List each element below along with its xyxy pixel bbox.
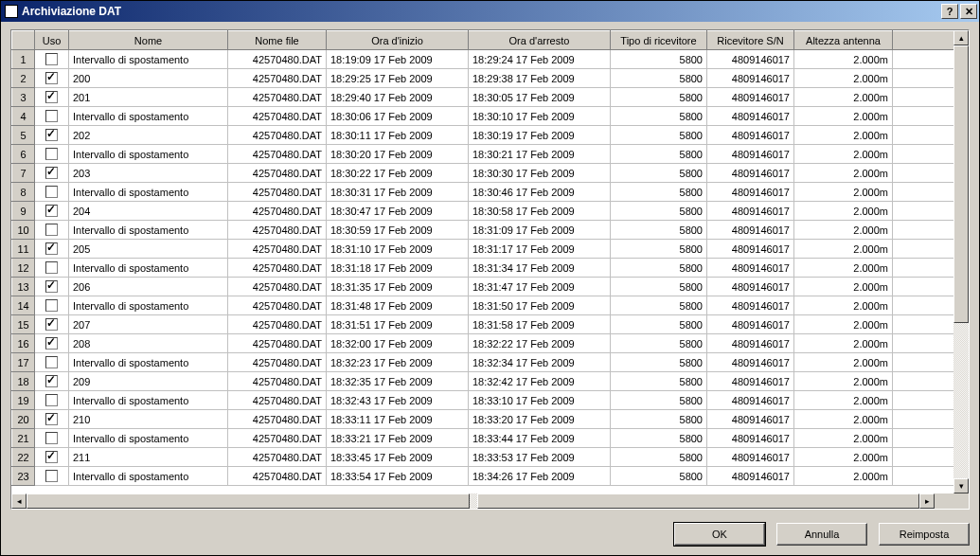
uso-checkbox[interactable] [45, 394, 58, 406]
cell-stop[interactable]: 18:30:19 17 Feb 2009 [469, 126, 611, 145]
row-header[interactable]: 19 [12, 391, 35, 410]
uso-checkbox[interactable] [45, 242, 58, 255]
cell-sn[interactable]: 4809146017 [707, 240, 794, 259]
scroll-right-button[interactable]: ▸ [919, 493, 935, 509]
cell-nome[interactable]: 207 [69, 315, 228, 334]
row-header[interactable]: 2 [12, 69, 35, 88]
cell-sn[interactable]: 4809146017 [707, 88, 794, 107]
cell-sn[interactable]: 4809146017 [707, 69, 794, 88]
cell-stop[interactable]: 18:30:21 17 Feb 2009 [469, 145, 611, 164]
cell-tipo[interactable]: 5800 [611, 183, 707, 202]
uso-checkbox[interactable] [45, 110, 58, 122]
uso-checkbox[interactable] [45, 413, 58, 425]
row-header[interactable]: 14 [12, 296, 35, 315]
cell-file[interactable]: 42570480.DAT [228, 353, 327, 372]
row-header[interactable]: 12 [12, 259, 35, 278]
cell-alt[interactable]: 2.000m [794, 372, 893, 391]
cell-sn[interactable]: 4809146017 [707, 202, 794, 221]
cell-uso[interactable] [35, 202, 69, 221]
uso-checkbox[interactable] [45, 72, 58, 84]
cell-file[interactable]: 42570480.DAT [228, 448, 327, 467]
row-header[interactable]: 22 [12, 448, 35, 467]
cell-alt[interactable]: 2.000m [794, 202, 893, 221]
row-header[interactable]: 18 [12, 372, 35, 391]
uso-checkbox[interactable] [45, 470, 58, 482]
uso-checkbox[interactable] [45, 261, 58, 274]
cell-nome[interactable]: 205 [69, 240, 228, 259]
cell-stop[interactable]: 18:32:34 17 Feb 2009 [469, 353, 611, 372]
cell-nome[interactable]: Intervallo di spostamento [69, 296, 228, 315]
uso-checkbox[interactable] [45, 186, 58, 198]
ok-button[interactable]: OK [674, 523, 765, 546]
cell-sn[interactable]: 4809146017 [707, 278, 794, 296]
cell-tipo[interactable]: 5800 [611, 240, 707, 259]
cell-alt[interactable]: 2.000m [794, 334, 893, 353]
cell-tipo[interactable]: 5800 [611, 202, 707, 221]
cell-alt[interactable]: 2.000m [794, 88, 893, 107]
help-button[interactable]: ? [941, 4, 958, 19]
table-row[interactable]: 720342570480.DAT18:30:22 17 Feb 200918:3… [12, 164, 970, 183]
uso-checkbox[interactable] [45, 318, 58, 331]
cell-stop[interactable]: 18:30:10 17 Feb 2009 [469, 107, 611, 126]
cell-sn[interactable]: 4809146017 [707, 183, 794, 202]
table-row[interactable]: 1820942570480.DAT18:32:35 17 Feb 200918:… [12, 372, 970, 391]
table-row[interactable]: 8Intervallo di spostamento42570480.DAT18… [12, 183, 970, 202]
cell-stop[interactable]: 18:32:22 17 Feb 2009 [469, 334, 611, 353]
horizontal-scroll-thumb-left[interactable] [27, 493, 470, 509]
cell-nome[interactable]: 200 [69, 69, 228, 88]
cell-uso[interactable] [35, 69, 69, 88]
data-grid[interactable]: Uso Nome Nome file Ora d'inizio Ora d'ar… [11, 30, 969, 486]
cell-alt[interactable]: 2.000m [794, 126, 893, 145]
horizontal-scroll-thumb-right[interactable] [477, 493, 920, 509]
row-header[interactable]: 3 [12, 88, 35, 107]
cell-start[interactable]: 18:30:59 17 Feb 2009 [327, 221, 469, 240]
cell-file[interactable]: 42570480.DAT [228, 391, 327, 410]
cell-nome[interactable]: Intervallo di spostamento [69, 145, 228, 164]
cell-sn[interactable]: 4809146017 [707, 164, 794, 183]
cell-start[interactable]: 18:33:54 17 Feb 2009 [327, 467, 469, 486]
scroll-down-button[interactable]: ▾ [953, 478, 969, 493]
cell-uso[interactable] [35, 240, 69, 259]
row-header[interactable]: 4 [12, 107, 35, 126]
table-row[interactable]: 2221142570480.DAT18:33:45 17 Feb 200918:… [12, 448, 970, 467]
cell-tipo[interactable]: 5800 [611, 334, 707, 353]
cell-stop[interactable]: 18:33:10 17 Feb 2009 [469, 391, 611, 410]
uso-checkbox[interactable] [45, 451, 58, 463]
col-header-nome[interactable]: Nome [69, 31, 228, 50]
cell-file[interactable]: 42570480.DAT [228, 164, 327, 183]
cell-sn[interactable]: 4809146017 [707, 259, 794, 278]
cell-start[interactable]: 18:33:11 17 Feb 2009 [327, 410, 469, 429]
uso-checkbox[interactable] [45, 224, 58, 236]
col-header-uso[interactable]: Uso [35, 31, 69, 50]
cell-nome[interactable]: Intervallo di spostamento [69, 50, 228, 69]
cell-tipo[interactable]: 5800 [611, 315, 707, 334]
cell-alt[interactable]: 2.000m [794, 391, 893, 410]
cell-uso[interactable] [35, 107, 69, 126]
uso-checkbox[interactable] [45, 91, 58, 103]
cell-uso[interactable] [35, 448, 69, 467]
cell-tipo[interactable]: 5800 [611, 353, 707, 372]
col-header-alt[interactable]: Altezza antenna [794, 31, 893, 50]
cell-uso[interactable] [35, 296, 69, 315]
cell-nome[interactable]: Intervallo di spostamento [69, 391, 228, 410]
cell-tipo[interactable]: 5800 [611, 278, 707, 296]
cancel-button[interactable]: Annulla [776, 523, 867, 546]
cell-start[interactable]: 18:31:10 17 Feb 2009 [327, 240, 469, 259]
cell-uso[interactable] [35, 164, 69, 183]
cell-nome[interactable]: 208 [69, 334, 228, 353]
cell-start[interactable]: 18:32:43 17 Feb 2009 [327, 391, 469, 410]
cell-sn[interactable]: 4809146017 [707, 334, 794, 353]
cell-start[interactable]: 18:32:23 17 Feb 2009 [327, 353, 469, 372]
cell-sn[interactable]: 4809146017 [707, 145, 794, 164]
cell-tipo[interactable]: 5800 [611, 164, 707, 183]
cell-alt[interactable]: 2.000m [794, 448, 893, 467]
cell-nome[interactable]: 202 [69, 126, 228, 145]
cell-file[interactable]: 42570480.DAT [228, 221, 327, 240]
table-row[interactable]: 520242570480.DAT18:30:11 17 Feb 200918:3… [12, 126, 970, 145]
uso-checkbox[interactable] [45, 375, 58, 387]
cell-file[interactable]: 42570480.DAT [228, 278, 327, 296]
cell-uso[interactable] [35, 50, 69, 69]
table-row[interactable]: 4Intervallo di spostamento42570480.DAT18… [12, 107, 970, 126]
cell-nome[interactable]: 204 [69, 202, 228, 221]
cell-sn[interactable]: 4809146017 [707, 315, 794, 334]
